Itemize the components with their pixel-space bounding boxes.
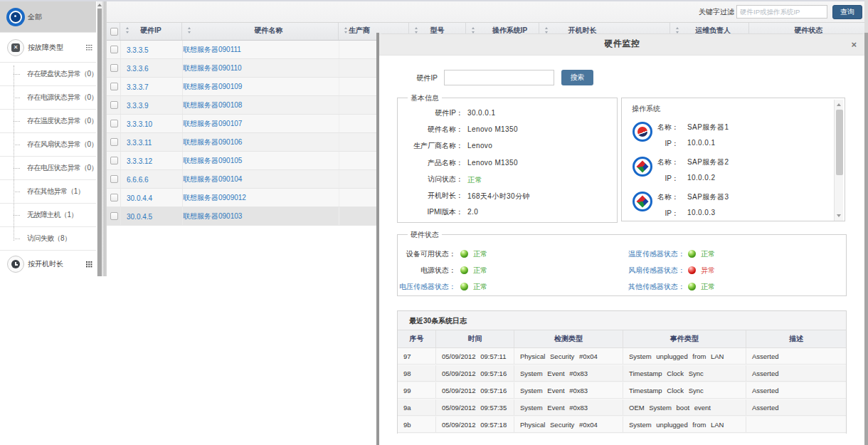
query-button[interactable]: 查询 <box>832 5 862 19</box>
hardware-name-link[interactable]: 联想服务器090104 <box>183 174 242 184</box>
grid-header-col-ip[interactable]: 硬件IP <box>120 23 182 40</box>
log-cell: 05/09/2012 09:57:16 <box>436 382 514 399</box>
basic-field-row: 产品名称：Lenovo M1350 <box>398 158 617 168</box>
sidebar-scrollbar[interactable] <box>97 1 102 276</box>
grid-menu-icon[interactable] <box>86 45 88 46</box>
status-ok-dot <box>688 250 696 258</box>
hardware-name-link[interactable]: 联想服务器090108 <box>183 100 242 110</box>
page-scrollbar[interactable] <box>864 0 868 445</box>
log-cell: 9b <box>398 417 436 433</box>
hardware-status-legend: 硬件状态 <box>408 230 442 240</box>
hardware-ip-link[interactable]: 3.3.3.12 <box>127 157 152 164</box>
sidebar-item-label: 存在电源状态异常（0） <box>27 93 97 103</box>
sidebar-group-uptime[interactable]: 按开机时长 <box>0 251 96 278</box>
scroll-down-arrow[interactable] <box>837 214 841 217</box>
os-name-label: 名称： <box>643 122 679 132</box>
sidebar-item-access-failed[interactable]: 访问失败（8） <box>0 227 96 251</box>
status-label-link[interactable]: 电压传感器状态： <box>398 282 456 292</box>
row-checkbox[interactable] <box>110 83 118 90</box>
log-row: 9b 05/09/2012 09:57:18 Physical Security… <box>398 417 846 434</box>
sidebar-item-other-fault[interactable]: 存在其他异常（1） <box>0 180 96 204</box>
log-cell: 99 <box>398 382 436 399</box>
sidebar-group-fault-type[interactable]: ✕ 按故障类型 <box>0 33 96 63</box>
sidebar-item-voltage-fault[interactable]: 存在电压状态异常（0） <box>0 157 96 180</box>
field-label: 硬件IP： <box>398 108 463 118</box>
column-divider <box>120 170 121 188</box>
sidebar-item-no-fault[interactable]: 无故障主机（1） <box>0 204 96 227</box>
row-checkbox[interactable] <box>110 212 118 220</box>
hardware-name-link[interactable]: 联想服务器090111 <box>183 45 241 55</box>
log-cell: 97 <box>398 348 436 365</box>
sidebar-item-all[interactable]: 全部 <box>0 1 96 33</box>
log-header-cell: 检测类型 <box>514 330 623 347</box>
hardware-name-link[interactable]: 联想服务器090107 <box>183 119 242 129</box>
sidebar-item-label: 无故障主机（1） <box>27 210 78 220</box>
scrollbar-thumb[interactable] <box>836 110 843 175</box>
hardware-ip-link[interactable]: 6.6.6.6 <box>127 175 149 183</box>
sidebar-item-temp-fault[interactable]: 存在温度状态异常（0） <box>0 110 96 133</box>
grid-menu-icon[interactable] <box>86 261 88 263</box>
row-checkbox[interactable] <box>110 157 118 164</box>
os-item: 名称：SAP服务器1 IP：10.0.0.1 <box>622 122 845 156</box>
modal-left-scrollbar[interactable] <box>376 33 379 445</box>
hardware-name-link[interactable]: 联想服务器0909012 <box>183 193 246 203</box>
row-checkbox[interactable] <box>110 101 118 109</box>
panel-divider <box>102 1 107 276</box>
filter-input[interactable] <box>736 5 827 19</box>
status-value: 正常 <box>473 282 487 292</box>
status-label-link[interactable]: 风扇传感器状态： <box>627 266 685 276</box>
log-row: 98 05/09/2012 09:57:16 System Event #0x8… <box>398 365 846 382</box>
hardware-name-link[interactable]: 联想服务器090109 <box>183 82 242 92</box>
row-checkbox[interactable] <box>110 194 118 201</box>
hardware-name-link[interactable]: 联想服务器090106 <box>183 137 242 147</box>
row-checkbox[interactable] <box>110 64 118 72</box>
hardware-ip-link[interactable]: 3.3.3.10 <box>127 120 152 127</box>
basic-field-row: 硬件IP：30.0.0.1 <box>398 108 617 118</box>
tree-branch <box>14 121 20 122</box>
scrollbar-thumb[interactable] <box>97 9 102 276</box>
sidebar-item-disk-fault[interactable]: 存在硬盘状态异常（0） <box>0 63 96 86</box>
scroll-up-arrow[interactable] <box>837 103 841 106</box>
select-all-checkbox[interactable] <box>110 28 118 36</box>
row-checkbox[interactable] <box>110 138 118 146</box>
modal-search-input[interactable] <box>444 70 554 85</box>
os-panel-scrollbar[interactable] <box>834 100 843 221</box>
os-ip-value: 10.0.0.2 <box>687 174 715 182</box>
column-divider <box>120 133 121 151</box>
status-label-link[interactable]: 其他传感器状态： <box>627 282 685 292</box>
status-value: 正常 <box>473 266 487 276</box>
basic-info-legend: 基本信息 <box>408 93 442 103</box>
row-checkbox[interactable] <box>110 175 118 183</box>
tree-branch <box>14 145 20 145</box>
hardware-ip-link[interactable]: 30.0.4.5 <box>127 212 152 220</box>
hardware-ip-link[interactable]: 3.3.3.11 <box>127 138 152 146</box>
hardware-ip-link[interactable]: 30.0.4.4 <box>127 194 152 201</box>
grid-header-col-name[interactable]: 硬件名称 <box>182 23 339 40</box>
hardware-name-link[interactable]: 联想服务器090110 <box>183 63 242 73</box>
hardware-name-link[interactable]: 联想服务器090105 <box>183 156 242 166</box>
row-checkbox[interactable] <box>110 46 118 53</box>
fault-type-icon: ✕ <box>7 39 24 56</box>
status-label-link[interactable]: 温度传感器状态： <box>627 249 685 259</box>
sidebar-item-label: 存在风扇状态异常（0） <box>27 140 97 150</box>
hardware-ip-link[interactable]: 3.3.3.7 <box>127 83 149 90</box>
hardware-name-link[interactable]: 联想服务器090103 <box>183 211 242 221</box>
hardware-ip-link[interactable]: 3.3.3.6 <box>127 64 149 72</box>
sidebar-item-power-fault[interactable]: 存在电源状态异常（0） <box>0 86 96 110</box>
all-target-icon <box>6 8 25 26</box>
log-header: 序号 时间 检测类型 事件类型 描述 <box>398 330 846 348</box>
sidebar-item-fan-fault[interactable]: 存在风扇状态异常（0） <box>0 133 96 157</box>
scrollbar-thumb[interactable] <box>864 33 868 445</box>
row-checkbox[interactable] <box>110 120 118 127</box>
close-icon[interactable]: × <box>851 40 857 50</box>
tree-branch <box>14 74 20 75</box>
hardware-ip-link[interactable]: 3.3.3.9 <box>127 101 149 109</box>
hardware-monitor-dialog: 硬件监控 × 硬件IP 搜索 基本信息 硬件IP：30.0.0.1 硬件名称：L… <box>379 33 865 445</box>
field-label: 生产厂商名称： <box>398 141 463 151</box>
field-value: Lenovo M1350 <box>467 159 518 167</box>
log-title-bar: 最近30条系统日志 <box>398 311 846 330</box>
log-cell: Physical Security #0x04 <box>514 348 623 365</box>
dialog-header: 硬件监控 × <box>379 34 865 56</box>
hardware-ip-link[interactable]: 3.3.3.5 <box>127 46 149 53</box>
modal-search-button[interactable]: 搜索 <box>561 70 593 85</box>
